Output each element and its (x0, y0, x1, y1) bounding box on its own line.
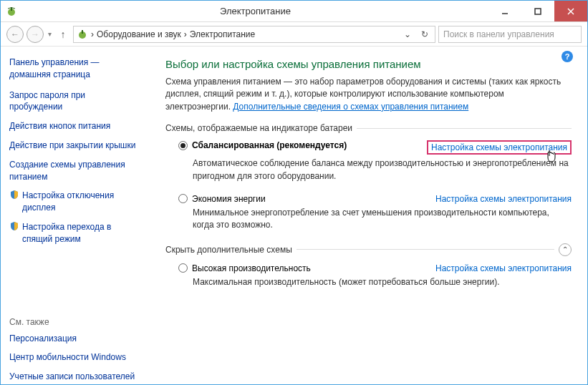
up-button[interactable]: ↑ (56, 29, 70, 40)
search-input[interactable]: Поиск в панели управления (438, 26, 582, 43)
minimize-button[interactable] (488, 1, 521, 21)
seealso-user-accounts[interactable]: Учетные записи пользователей (9, 371, 140, 383)
plan-high-performance: Высокая производительность Настройка схе… (165, 263, 572, 300)
sidebar-link-lid-close[interactable]: Действие при закрытии крышки (9, 140, 140, 152)
plan-powersaver-radio[interactable]: Экономия энергии (178, 194, 266, 204)
radio-icon (178, 194, 188, 203)
breadcrumb-item[interactable]: Оборудование и звук (97, 29, 181, 39)
window-buttons (488, 1, 587, 21)
page-description: Схема управления питанием — это набор па… (165, 76, 572, 113)
address-bar[interactable]: › Оборудование и звук › Электропитание ⌄… (73, 26, 435, 43)
plan-settings-link[interactable]: Настройка схемы электропитания (435, 263, 572, 273)
navbar: ← → ▾ ↑ › Оборудование и звук › Электроп… (1, 22, 587, 47)
maximize-button[interactable] (521, 1, 554, 21)
main-content: ? Выбор или настройка схемы управления п… (150, 47, 587, 384)
see-also-heading: См. также (9, 317, 140, 327)
refresh-button[interactable]: ↻ (418, 29, 432, 39)
cursor-icon (545, 149, 558, 163)
plan-name: Высокая производительность (192, 263, 311, 273)
history-dropdown[interactable]: ▾ (47, 30, 53, 38)
chevron-up-icon: ⌃ (559, 243, 572, 256)
breadcrumb: › Оборудование и звук › Электропитание (91, 29, 397, 39)
help-icon[interactable]: ? (562, 51, 573, 62)
window-title: Электропитание (22, 6, 488, 16)
learn-more-link[interactable]: Дополнительные сведения о схемах управле… (233, 102, 468, 112)
plan-name: Сбалансированная (рекомендуется) (192, 140, 347, 150)
app-icon (1, 6, 22, 17)
search-placeholder: Поиск в панели управления (443, 29, 554, 39)
radio-icon (178, 263, 188, 273)
seealso-personalization[interactable]: Персонализация (9, 333, 140, 345)
section-battery-plans: Схемы, отображаемые на индикаторе батаре… (165, 123, 572, 133)
titlebar: Электропитание (1, 1, 587, 22)
radio-icon (178, 141, 188, 150)
plan-powersaver: Экономия энергии Настройка схемы электро… (165, 194, 572, 243)
close-button[interactable] (554, 1, 587, 21)
seealso-mobility-center[interactable]: Центр мобильности Windows (9, 351, 140, 364)
plan-high-performance-radio[interactable]: Высокая производительность (178, 263, 311, 273)
sidebar-link-display-off[interactable]: Настройка отключения дисплея (9, 190, 140, 214)
power-icon (77, 29, 88, 40)
plan-name: Экономия энергии (192, 194, 266, 204)
section-extra-plans-toggle[interactable]: Скрыть дополнительные схемы ⌃ (165, 243, 572, 256)
shield-icon (9, 190, 19, 200)
forward-button[interactable]: → (26, 26, 44, 43)
svg-rect-7 (82, 30, 83, 34)
plan-settings-link[interactable]: Настройка схемы электропитания (435, 194, 572, 204)
page-title: Выбор или настройка схемы управления пит… (165, 58, 572, 70)
sidebar-link-sleep[interactable]: Настройка перехода в спящий режим (9, 221, 140, 245)
plan-description: Минимальное энергопотребление за счет ум… (178, 207, 572, 232)
plan-description: Максимальная производительность (может п… (178, 276, 572, 288)
sidebar-link-password-wake[interactable]: Запрос пароля при пробуждении (9, 89, 140, 114)
sidebar: Панель управления — домашняя страница За… (1, 47, 150, 384)
shield-icon (9, 221, 19, 231)
chevron-right-icon: › (184, 29, 187, 39)
chevron-right-icon: › (91, 29, 94, 39)
plan-description: Автоматическое соблюдение баланса между … (178, 157, 572, 182)
sidebar-link-create-plan[interactable]: Создание схемы управления питанием (9, 159, 140, 183)
sidebar-link-power-buttons[interactable]: Действия кнопок питания (9, 120, 140, 132)
breadcrumb-dropdown[interactable]: ⌄ (400, 29, 415, 39)
plan-balanced-radio[interactable]: Сбалансированная (рекомендуется) (178, 140, 347, 150)
svg-rect-3 (535, 9, 541, 14)
plan-balanced: Сбалансированная (рекомендуется) Настрой… (165, 140, 572, 194)
breadcrumb-item[interactable]: Электропитание (190, 29, 255, 39)
control-panel-home-link[interactable]: Панель управления — домашняя страница (9, 57, 140, 81)
back-button[interactable]: ← (6, 26, 24, 43)
